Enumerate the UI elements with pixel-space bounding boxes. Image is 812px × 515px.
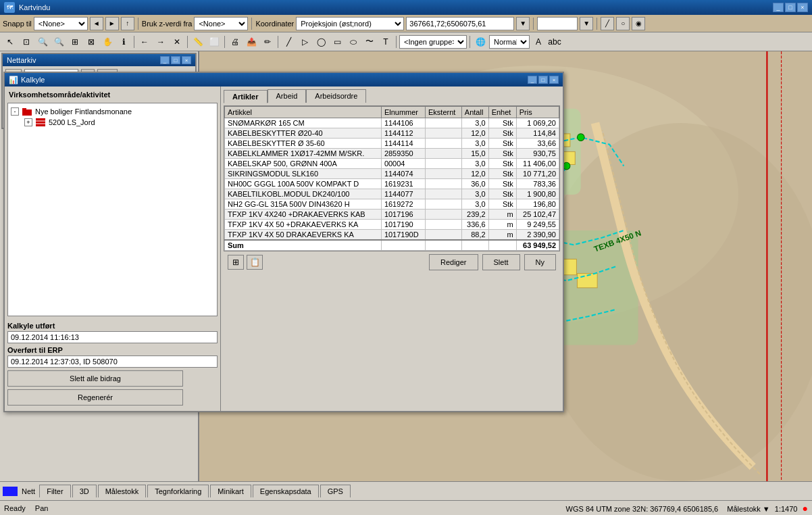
table-row[interactable]: KABELSKAP 500, GRØNN 400A000043,0Stk11 4… [225, 159, 559, 169]
overfort-label: Overført til ERP [7, 346, 218, 354]
table-row[interactable]: KABELBESKYTTER Ø 35-6011441143,0Stk33,66 [225, 139, 559, 149]
draw-tool-2[interactable]: ○ [616, 17, 630, 30]
rediger-button[interactable]: Rediger [429, 254, 478, 270]
tab-arbeid[interactable]: Arbeid [268, 89, 307, 103]
table-cell [426, 210, 462, 220]
slett-button[interactable]: Slett [482, 254, 520, 270]
table-cell [426, 199, 462, 210]
table-cell: 10 771,20 [516, 169, 559, 179]
snapp-select[interactable]: <None> [34, 17, 88, 30]
bottom-tab-malestokk[interactable]: Målestokk [98, 485, 147, 497]
table-cell: 2 390,90 [516, 230, 559, 241]
ruler-tool[interactable]: 📏 [191, 34, 205, 49]
nettarkiv-close[interactable]: × [182, 56, 191, 64]
draw-tool-3[interactable]: ◉ [632, 17, 645, 30]
bottom-tab-3d[interactable]: 3D [72, 485, 97, 497]
annotate-tool[interactable]: ✏ [260, 34, 275, 49]
fwd-nav[interactable]: → [153, 34, 168, 49]
tab-artikler[interactable]: Artikler [224, 90, 268, 103]
table-row[interactable]: TFXP 1KV 4X240 +DRAKAEVERKS KAB101719623… [225, 210, 559, 220]
text-tool[interactable]: T [378, 34, 393, 49]
identify-tool[interactable]: ℹ [116, 34, 131, 49]
ellipse-tool[interactable]: ⬭ [346, 34, 361, 49]
label-tool[interactable]: abc [547, 34, 562, 49]
zoom-in-tool[interactable]: 🔍 [35, 34, 50, 49]
kalkyle-close[interactable]: × [549, 76, 559, 84]
tab-arbeidsordre[interactable]: Arbeidsordre [306, 89, 366, 103]
tree-expand-root[interactable]: - [11, 107, 19, 116]
slett-alle-button[interactable]: Slett alle bidrag [7, 370, 183, 387]
rect-tool[interactable]: ▭ [330, 34, 345, 49]
line-tool[interactable]: ╱ [281, 34, 296, 49]
table-row[interactable]: SNØMARKØR 165 CM11441063,0Stk1 069,20 [225, 118, 559, 128]
table-row[interactable]: KABELKLAMMER 1XØ17-42MM M/SKR.285935015,… [225, 149, 559, 159]
extra-input[interactable] [537, 17, 578, 30]
group-select[interactable]: <Ingen gruppe> [399, 35, 467, 49]
freehand-tool[interactable]: 〜 [362, 34, 377, 49]
tree-folder-icon [22, 107, 32, 116]
coords-dropdown-button[interactable]: ▼ [516, 17, 530, 30]
nettarkiv-restore[interactable]: □ [171, 56, 180, 64]
table-row[interactable]: KABELBESKYTTER Ø20-40114411212,0Stk114,8… [225, 128, 559, 139]
normal-select[interactable]: Normal [489, 35, 530, 49]
tree-child-item[interactable]: + 5200 LS_Jord [24, 117, 214, 128]
table-cell: TFXP 1KV 4X 50 DRAKAEVERKS KA [225, 230, 382, 241]
clear-tool[interactable]: ✕ [170, 34, 184, 49]
globe-icon[interactable]: 🌐 [473, 34, 488, 49]
ny-button[interactable]: Ny [524, 254, 556, 270]
extra-dropdown-button[interactable]: ▼ [580, 17, 593, 30]
table-row[interactable]: TFXP 1KV 4X 50 DRAKAEVERKS KA1017190D88,… [225, 230, 559, 241]
draw-tool-1[interactable]: ╱ [601, 17, 614, 30]
nav-back-button[interactable]: ◄ [90, 17, 103, 30]
export-tool[interactable]: 📤 [244, 34, 259, 49]
table-row[interactable]: NH2 GG-GL 315A 500V DIN43620 H16192723,0… [225, 199, 559, 210]
bottom-tab-egenskapsdata[interactable]: Egenskapsdata [253, 485, 319, 497]
circle-tool[interactable]: ◯ [313, 34, 328, 49]
nav-fwd-button[interactable]: ► [105, 17, 119, 30]
zoom-full-tool[interactable]: ⊠ [84, 34, 99, 49]
nav-arrow-button[interactable]: ↑ [121, 17, 134, 30]
bottom-tab-gps[interactable]: GPS [320, 485, 351, 497]
table-row[interactable]: SIKRINGSMODUL SLK160114407412,0Stk10 771… [225, 169, 559, 179]
zoom-out-tool[interactable]: 🔍 [51, 34, 66, 49]
kalkyle-maximize[interactable]: □ [538, 76, 548, 84]
koordinater-select[interactable]: Projeksjoin (øst;nord) [296, 17, 404, 30]
tree-item-root[interactable]: - Nye boliger Fintlandsmonane [11, 106, 214, 117]
table-cell: Stk [488, 159, 516, 169]
close-button[interactable]: × [797, 3, 808, 12]
print-tool[interactable]: 🖨 [228, 34, 243, 49]
nettarkiv-minimize[interactable]: _ [160, 56, 170, 64]
bruk-select[interactable]: <None> [194, 17, 248, 30]
zoom-extent-tool[interactable]: ⊞ [68, 34, 82, 49]
back-nav[interactable]: ← [137, 34, 152, 49]
table-cell: 3,0 [461, 189, 488, 199]
bottom-tab-tegnforklaring[interactable]: Tegnforklaring [147, 485, 209, 497]
tree-expand-child[interactable]: + [24, 118, 32, 126]
bottom-tab-filter[interactable]: Filter [39, 485, 70, 497]
malestokk-label[interactable]: Målestokk ▼ [727, 505, 769, 513]
window-controls[interactable]: _ □ × [773, 3, 808, 12]
sep7 [224, 36, 225, 48]
table-row[interactable]: NH00C GGGL 100A 500V KOMPAKT D161923136,… [225, 179, 559, 189]
table-icon-1[interactable]: ⊞ [228, 255, 244, 270]
svg-rect-1 [22, 108, 26, 110]
bottom-tab-minikart[interactable]: Minikart [210, 485, 251, 497]
table-row[interactable]: TFXP 1KV 4X 50 +DRAKAEVERKS KA1017190336… [225, 220, 559, 230]
select-tool[interactable]: ⊡ [19, 34, 34, 49]
app-title: Kartvindu [19, 3, 50, 11]
maximize-button[interactable]: □ [785, 3, 796, 12]
coords-input[interactable] [406, 17, 514, 30]
minimize-button[interactable]: _ [773, 3, 784, 12]
pointer-tool[interactable]: ↖ [3, 34, 18, 49]
polygon-tool[interactable]: ▷ [297, 34, 312, 49]
font-tool[interactable]: A [531, 34, 546, 49]
status-bar: Ready Pan WGS 84 UTM zone 32N: 367769,4 … [0, 500, 812, 515]
table-cell: m [488, 210, 516, 220]
table-icon-2[interactable]: 📋 [247, 255, 263, 270]
pan-tool[interactable]: ✋ [100, 34, 115, 49]
area-tool[interactable]: ⬜ [207, 34, 222, 49]
nettarkiv-title: Nettarkiv [7, 56, 36, 64]
table-row[interactable]: KABELTILKOBL.MODUL DK240/10011440773,0St… [225, 189, 559, 199]
regenerer-button[interactable]: Regenerér [7, 389, 183, 406]
kalkyle-minimize[interactable]: _ [528, 76, 537, 84]
